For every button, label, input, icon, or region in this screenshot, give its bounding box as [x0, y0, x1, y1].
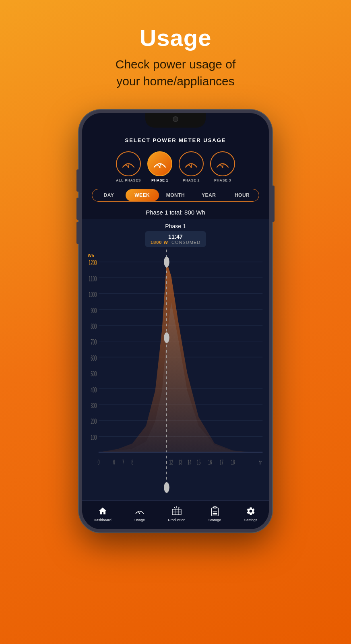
storage-icon [210, 506, 220, 516]
chart-tooltip-value: 1800 W CONSUMED [151, 240, 200, 245]
phone-device: SELECT POWER METER USAGE ALL PHASES [79, 110, 272, 533]
svg-rect-61 [213, 513, 217, 514]
svg-text:12: 12 [169, 458, 173, 466]
nav-settings-label: Settings [244, 518, 258, 522]
phone-screen: SELECT POWER METER USAGE ALL PHASES [82, 113, 269, 529]
nav-production[interactable]: Production [168, 506, 185, 522]
production-icon [171, 506, 182, 516]
svg-text:1100: 1100 [89, 275, 97, 283]
hero-title: Usage [139, 24, 211, 51]
svg-line-57 [174, 507, 175, 508]
svg-text:8: 8 [131, 458, 133, 466]
chart-tooltip: 11:47 1800 W CONSUMED [145, 231, 206, 247]
phase-2[interactable]: PHASE 2 [179, 151, 204, 182]
dashboard-icon [97, 506, 108, 516]
nav-dashboard-label: Dashboard [94, 518, 111, 522]
svg-text:15: 15 [197, 458, 200, 466]
svg-text:1000: 1000 [89, 291, 97, 299]
phase-2-circle[interactable] [179, 151, 204, 176]
svg-line-58 [178, 507, 179, 508]
svg-text:18: 18 [231, 458, 235, 466]
svg-text:7: 7 [122, 458, 124, 466]
svg-text:500: 500 [91, 370, 97, 378]
screen-header-title: SELECT POWER METER USAGE [90, 137, 261, 143]
svg-text:200: 200 [91, 417, 97, 425]
svg-text:14: 14 [188, 458, 191, 466]
svg-text:17: 17 [219, 458, 223, 466]
nav-production-label: Production [168, 518, 185, 522]
svg-rect-60 [213, 506, 216, 508]
chart-svg-wrapper: Wh 1200 1100 1000 900 800 700 600 500 40… [82, 250, 269, 500]
total-label: Phase 1 total: 800 Wh [82, 206, 269, 217]
nav-dashboard[interactable]: Dashboard [94, 506, 111, 522]
svg-text:700: 700 [91, 338, 97, 346]
phone-notch [145, 113, 206, 128]
nav-usage[interactable]: Usage [134, 506, 145, 522]
svg-text:900: 900 [91, 306, 97, 314]
phase-icons-row: ALL PHASES PHASE 1 [82, 147, 269, 184]
phone-camera [173, 116, 178, 122]
svg-text:13: 13 [178, 458, 182, 466]
svg-point-1 [128, 167, 129, 168]
usage-icon [134, 506, 145, 516]
svg-point-5 [190, 167, 192, 168]
phase-1[interactable]: PHASE 1 [147, 151, 172, 182]
svg-text:800: 800 [91, 322, 97, 330]
phase-all[interactable]: ALL PHASES [116, 151, 141, 182]
svg-text:hr: hr [259, 458, 262, 466]
chart-svg: 1200 1100 1000 900 800 700 600 500 400 3… [82, 250, 265, 496]
tab-day[interactable]: DAY [92, 189, 126, 201]
chart-tooltip-time: 11:47 [151, 233, 200, 240]
chart-container: Phase 1 11:47 1800 W CONSUMED Wh 1200 11… [82, 219, 269, 500]
svg-point-51 [139, 513, 140, 514]
svg-point-49 [164, 482, 169, 493]
svg-text:16: 16 [208, 458, 212, 466]
phase-all-circle[interactable] [116, 151, 141, 176]
y-axis-label: Wh [88, 254, 94, 258]
svg-point-7 [222, 167, 223, 168]
svg-text:1200: 1200 [89, 259, 97, 267]
tab-month[interactable]: MONTH [159, 189, 192, 201]
nav-usage-label: Usage [134, 518, 145, 522]
hero-subtitle: Check power usage ofyour home/appliances [116, 56, 236, 90]
tab-week[interactable]: WEEK [126, 189, 159, 201]
chart-tooltip-watts: 1800 W [151, 240, 168, 245]
phase-3[interactable]: PHASE 3 [210, 151, 235, 182]
phase-3-label: PHASE 3 [214, 178, 231, 182]
phase-3-circle[interactable] [210, 151, 235, 176]
chart-title: Phase 1 [82, 219, 269, 231]
tab-year[interactable]: YEAR [192, 189, 225, 201]
svg-text:300: 300 [91, 402, 97, 410]
period-tabs: DAY WEEK MONTH YEAR HOUR [92, 189, 259, 202]
settings-icon [246, 506, 256, 516]
nav-storage[interactable]: Storage [209, 506, 221, 522]
svg-text:600: 600 [91, 354, 97, 362]
svg-point-3 [159, 167, 161, 168]
svg-text:0: 0 [97, 458, 99, 466]
svg-rect-62 [213, 511, 217, 512]
svg-point-47 [164, 257, 169, 267]
screen-header: SELECT POWER METER USAGE [82, 131, 269, 147]
svg-text:6: 6 [113, 458, 115, 466]
screen-content: SELECT POWER METER USAGE ALL PHASES [82, 113, 269, 529]
nav-storage-label: Storage [209, 518, 221, 522]
svg-text:100: 100 [91, 433, 97, 442]
tab-hour[interactable]: HOUR [225, 189, 259, 201]
phase-1-label: PHASE 1 [151, 178, 168, 182]
nav-settings[interactable]: Settings [244, 506, 258, 522]
svg-text:400: 400 [91, 386, 97, 394]
chart-tooltip-label: CONSUMED [171, 240, 200, 245]
bottom-nav: Dashboard Usage [82, 500, 269, 529]
phase-1-circle[interactable] [147, 151, 172, 176]
phase-2-label: PHASE 2 [183, 178, 200, 182]
phase-all-label: ALL PHASES [116, 178, 141, 182]
svg-point-48 [164, 332, 169, 343]
